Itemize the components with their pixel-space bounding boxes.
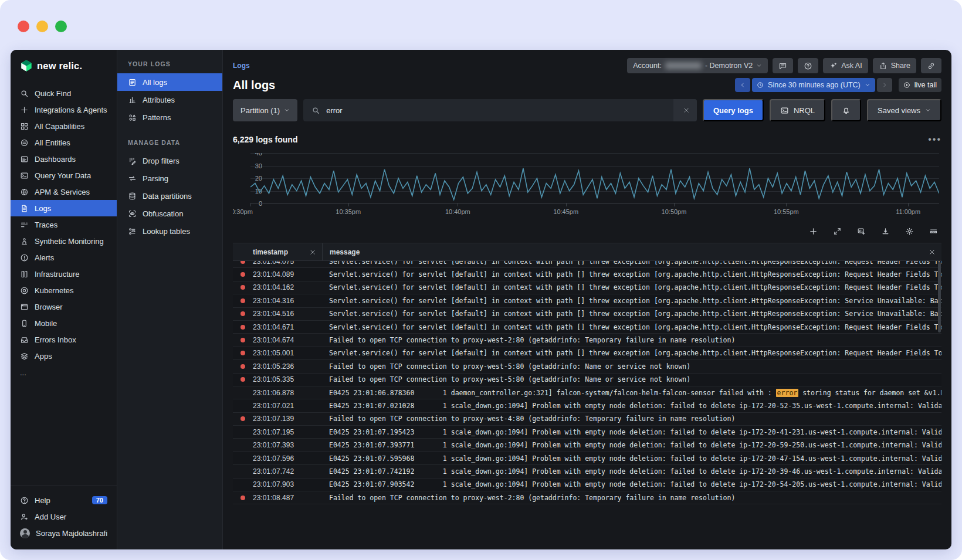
close-table-icon[interactable] (929, 249, 936, 256)
log-table-row[interactable]: 23:01:07.393E0425 23:01:07.393771 1 scal… (233, 439, 941, 452)
sidebar-item-all-entities[interactable]: All Entities (11, 134, 117, 151)
search-input[interactable] (326, 106, 673, 115)
add-user-label: Add User (35, 513, 66, 521)
minimize-window-button[interactable] (36, 21, 48, 32)
settings-button[interactable] (905, 227, 914, 236)
log-table-row[interactable]: 23:01:04.089Servlet.service() for servle… (233, 268, 941, 281)
log-table-row[interactable]: 23:01:04.671Servlet.service() for servle… (233, 321, 941, 334)
top-bar: Logs Account: - Demotron V2 Ask AI (233, 58, 941, 73)
alerts-bell-button[interactable] (831, 99, 861, 121)
subnav-item-obfuscation[interactable]: Obfuscation (117, 205, 222, 222)
sidebar-item-query-your-data[interactable]: Query Your Data (11, 167, 117, 184)
sidebar-item-browser[interactable]: Browser (11, 298, 117, 315)
nav-item-label: Synthetic Monitoring (35, 237, 104, 246)
nav-item-label: Obfuscation (143, 209, 183, 218)
sidebar-item-alerts[interactable]: Alerts (11, 249, 117, 266)
log-table-row[interactable]: 23:01:07.139Failed to open TCP connectio… (233, 413, 941, 426)
log-table: timestamp message 23:01:04.075Servlet.se… (233, 243, 941, 549)
clear-search-button[interactable] (673, 99, 697, 121)
add-user-button[interactable]: Add User (11, 508, 117, 525)
sidebar-item-integrations-agents[interactable]: Integrations & Agents (11, 101, 117, 118)
expand-chart-button[interactable] (833, 227, 842, 236)
log-table-row[interactable]: 23:01:04.316Servlet.service() for servle… (233, 294, 941, 307)
account-switcher[interactable]: Account: - Demotron V2 (627, 58, 768, 73)
log-table-row[interactable]: 23:01:08.487Failed to open TCP connectio… (233, 491, 941, 504)
saved-views-dropdown[interactable]: Saved views (867, 99, 941, 121)
log-table-row[interactable]: 23:01:05.236Failed to open TCP connectio… (233, 360, 941, 373)
log-message: E0425 23:01:07.021028 1 scale_down.go:10… (322, 402, 941, 410)
subnav-item-attributes[interactable]: Attributes (117, 91, 222, 108)
nav-item-label: Data partitions (143, 192, 192, 201)
query-logs-button[interactable]: Query logs (703, 99, 764, 121)
user-menu[interactable]: Soraya Majdolashrafi (11, 525, 117, 541)
sidebar-item-mobile[interactable]: Mobile (11, 315, 117, 331)
subnav-item-parsing[interactable]: Parsing (117, 169, 222, 187)
subnav-item-data-partitions[interactable]: Data partitions (117, 187, 222, 205)
subnav-item-drop-filters[interactable]: Drop filters (117, 152, 222, 169)
timestamp-column-header: timestamp (253, 248, 322, 256)
share-label: Share (891, 62, 910, 70)
sidebar-item-kubernetes[interactable]: Kubernetes (11, 282, 117, 298)
subnav-item-patterns[interactable]: Patterns (117, 108, 222, 126)
log-message: E0425 23:01:07.393771 1 scale_down.go:10… (322, 441, 941, 449)
time-forward-button[interactable] (877, 78, 892, 92)
feedback-button[interactable] (773, 58, 793, 73)
share-button[interactable]: Share (873, 58, 916, 73)
sidebar-item-[interactable]: ... (11, 364, 117, 381)
sidebar-item-traces[interactable]: Traces (11, 216, 117, 233)
close-window-button[interactable] (18, 21, 29, 32)
log-table-row[interactable]: 23:01:04.674Failed to open TCP connectio… (233, 334, 941, 347)
log-table-row[interactable]: 23:01:07.903E0425 23:01:07.903542 1 scal… (233, 478, 941, 491)
live-tail-button[interactable]: live tail (899, 78, 941, 92)
download-button[interactable] (881, 227, 890, 236)
sidebar-item-dashboards[interactable]: Dashboards (11, 151, 117, 167)
chart-menu-button[interactable]: ••• (928, 134, 941, 145)
sidebar-item-apm-services[interactable]: APM & Services (11, 184, 117, 200)
log-table-row[interactable]: 23:01:07.021E0425 23:01:07.021028 1 scal… (233, 399, 941, 412)
sidebar-item-infrastructure[interactable]: Infrastructure (11, 266, 117, 282)
phone-icon (20, 319, 29, 328)
sidebar-item-synthetic-monitoring[interactable]: Synthetic Monitoring (11, 233, 117, 249)
time-range-picker[interactable]: Since 30 minutes ago (UTC) (752, 78, 875, 92)
log-table-row[interactable]: 23:01:05.335Failed to open TCP connectio… (233, 374, 941, 386)
ask-ai-button[interactable]: Ask AI (823, 58, 868, 73)
remove-timestamp-column-icon[interactable] (309, 249, 316, 256)
log-table-row[interactable]: 23:01:07.742E0425 23:01:07.742192 1 scal… (233, 465, 941, 478)
log-table-row[interactable]: 23:01:04.516Servlet.service() for servle… (233, 308, 941, 321)
sidebar-item-quick-find[interactable]: Quick Find (11, 85, 117, 101)
maximize-window-button[interactable] (55, 21, 67, 32)
partition-dropdown[interactable]: Partition (1) (233, 99, 297, 121)
new-relic-logo[interactable]: new relic. (11, 59, 117, 72)
log-table-row[interactable]: 23:01:05.001Servlet.service() for servle… (233, 347, 941, 360)
sidebar-item-logs[interactable]: Logs (11, 200, 117, 216)
subnav-item-all-logs[interactable]: All logs (117, 73, 222, 91)
log-table-row[interactable]: 23:01:04.162Servlet.service() for servle… (233, 281, 941, 294)
nav-item-label: Mobile (35, 319, 57, 328)
nrql-button[interactable]: NRQL (770, 99, 825, 121)
log-table-row[interactable]: 23:01:07.596E0425 23:01:07.595968 1 scal… (233, 452, 941, 465)
chevron-down-icon (865, 82, 870, 88)
log-message: E0425 23:01:07.195423 1 scale_down.go:10… (322, 428, 941, 436)
main-navigation: Quick FindIntegrations & AgentsAll Capab… (11, 85, 117, 381)
help-button[interactable]: Help 70 (11, 492, 117, 508)
copy-link-button[interactable] (921, 58, 941, 73)
add-to-dashboard-button[interactable] (857, 227, 866, 236)
time-back-button[interactable] (735, 78, 750, 92)
subnav-item-lookup-tables[interactable]: Lookup tables (117, 222, 222, 240)
breadcrumb[interactable]: Logs (233, 62, 250, 70)
log-table-row[interactable]: 23:01:06.878E0425 23:01:06.878360 1 daem… (233, 386, 941, 399)
table-scrollbar[interactable] (938, 262, 941, 332)
log-table-row[interactable]: 23:01:07.195E0425 23:01:07.195423 1 scal… (233, 426, 941, 439)
log-table-row[interactable]: 23:01:04.075Servlet.service() for servle… (233, 261, 941, 268)
sparkle-icon (829, 62, 838, 70)
zoom-in-button[interactable] (809, 227, 818, 236)
sidebar-item-apps[interactable]: Apps (11, 348, 117, 364)
nav-item-label: All Capabilities (35, 122, 84, 131)
bars-icon (128, 96, 137, 104)
sidebar-item-errors-inbox[interactable]: Errors Inbox (11, 331, 117, 348)
chevron-down-icon (284, 107, 290, 113)
help-circle-button[interactable] (798, 58, 818, 73)
table-columns-button[interactable] (929, 227, 938, 236)
parse-arrows-icon (128, 174, 137, 183)
sidebar-item-all-capabilities[interactable]: All Capabilities (11, 118, 117, 134)
